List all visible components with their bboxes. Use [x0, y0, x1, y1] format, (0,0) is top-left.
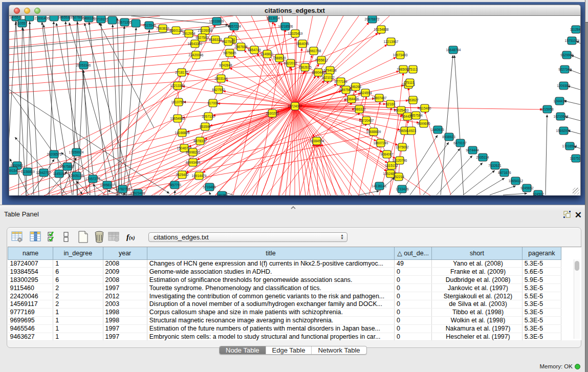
svg-text:20876872: 20876872 — [365, 17, 380, 21]
svg-text:6497568: 6497568 — [339, 88, 353, 92]
svg-text:10961758: 10961758 — [307, 49, 321, 53]
svg-text:8990448: 8990448 — [312, 71, 325, 74]
svg-text:9777169: 9777169 — [334, 80, 347, 83]
svg-text:1621022: 1621022 — [321, 76, 335, 79]
svg-text:1112843: 1112843 — [570, 28, 581, 31]
svg-text:1167537: 1167537 — [570, 157, 581, 160]
svg-text:746266: 746266 — [350, 85, 361, 89]
svg-text:9245652: 9245652 — [520, 186, 534, 190]
svg-text:1615152: 1615152 — [385, 164, 398, 167]
svg-text:19166825: 19166825 — [175, 131, 190, 135]
svg-text:6322037: 6322037 — [284, 61, 297, 65]
svg-text:1362615: 1362615 — [298, 65, 312, 69]
svg-text:21691406: 21691406 — [35, 16, 50, 20]
svg-text:16648784: 16648784 — [446, 48, 461, 52]
svg-text:9115460: 9115460 — [419, 106, 431, 110]
svg-text:10688609: 10688609 — [366, 130, 381, 134]
svg-text:953627: 953627 — [407, 98, 419, 102]
svg-text:10973493: 10973493 — [393, 53, 408, 57]
svg-text:14923: 14923 — [407, 129, 416, 133]
svg-text:16033809: 16033809 — [209, 19, 224, 23]
svg-text:11156819: 11156819 — [20, 170, 35, 173]
svg-text:9084067: 9084067 — [380, 152, 394, 156]
svg-text:23226058: 23226058 — [198, 29, 213, 32]
svg-text:7485006: 7485006 — [397, 68, 410, 71]
svg-text:1145194: 1145194 — [53, 172, 66, 176]
svg-text:12213967: 12213967 — [384, 40, 399, 43]
svg-text:14136141: 14136141 — [372, 184, 387, 188]
svg-text:19654985: 19654985 — [170, 117, 185, 120]
svg-text:9227343: 9227343 — [558, 68, 572, 71]
svg-text:8660124: 8660124 — [169, 29, 183, 32]
svg-text:9699695: 9699695 — [417, 122, 430, 125]
svg-text:62160: 62160 — [386, 102, 395, 106]
svg-text:2867608: 2867608 — [234, 45, 248, 49]
svg-text:12942757: 12942757 — [36, 171, 51, 174]
svg-text:1588520: 1588520 — [273, 56, 286, 60]
svg-text:7857224: 7857224 — [228, 25, 241, 28]
svg-text:8471676: 8471676 — [498, 171, 511, 174]
svg-text:9329966: 9329966 — [560, 53, 574, 57]
svg-text:30975887: 30975887 — [60, 165, 75, 168]
svg-text:75115: 75115 — [405, 81, 415, 84]
svg-text:3912954: 3912954 — [182, 32, 195, 35]
svg-text:3215958: 3215958 — [540, 107, 554, 111]
svg-text:3624554: 3624554 — [359, 91, 372, 95]
svg-text:8454749: 8454749 — [248, 48, 261, 52]
svg-text:20206575: 20206575 — [47, 152, 62, 156]
svg-text:1527602: 1527602 — [71, 16, 84, 19]
svg-text:252214: 252214 — [393, 175, 404, 179]
svg-text:22420046: 22420046 — [189, 53, 204, 57]
svg-text:5875685: 5875685 — [223, 51, 236, 55]
svg-text:15720407: 15720407 — [359, 119, 374, 122]
svg-text:10958107: 10958107 — [100, 183, 115, 187]
svg-text:17957275: 17957275 — [85, 177, 100, 181]
svg-text:2718170: 2718170 — [175, 71, 188, 74]
svg-text:10782759: 10782759 — [116, 187, 130, 191]
svg-text:9327503: 9327503 — [195, 36, 209, 39]
svg-text:19218506: 19218506 — [278, 25, 293, 28]
svg-text:2530203: 2530203 — [266, 112, 279, 115]
svg-text:26053346: 26053346 — [76, 63, 91, 67]
svg-text:13325419: 13325419 — [288, 32, 303, 35]
svg-text:40993469: 40993469 — [186, 161, 201, 164]
svg-text:8938923: 8938923 — [442, 135, 455, 139]
svg-text:924502: 924502 — [533, 192, 544, 195]
svg-text:9242848: 9242848 — [219, 63, 232, 67]
svg-text:6794028: 6794028 — [323, 69, 337, 72]
svg-text:1864095: 1864095 — [296, 42, 309, 46]
svg-text:6479197: 6479197 — [453, 141, 467, 145]
svg-text:15751074: 15751074 — [565, 39, 580, 42]
svg-text:10557: 10557 — [18, 21, 27, 25]
svg-text:19384554: 19384554 — [310, 139, 324, 143]
svg-text:7632621: 7632621 — [488, 164, 502, 167]
svg-text:75113: 75113 — [408, 68, 418, 71]
svg-text:10654112: 10654112 — [509, 179, 524, 183]
svg-text:9474444: 9474444 — [466, 148, 479, 152]
svg-text:34998222: 34998222 — [186, 150, 201, 154]
svg-text:2803144: 2803144 — [214, 77, 228, 80]
svg-text:1244415: 1244415 — [553, 99, 567, 103]
svg-text:1975692: 1975692 — [396, 145, 409, 149]
svg-text:17016504: 17016504 — [562, 144, 577, 148]
svg-text:853594: 853594 — [200, 125, 211, 128]
svg-text:10719155: 10719155 — [94, 17, 108, 21]
svg-text:1733426: 1733426 — [396, 187, 409, 191]
svg-text:15692971: 15692971 — [556, 129, 571, 133]
svg-text:8427552: 8427552 — [212, 88, 225, 92]
svg-text:9327508: 9327508 — [222, 40, 235, 43]
svg-text:10025453: 10025453 — [394, 108, 409, 112]
svg-text:16107554: 16107554 — [171, 100, 186, 104]
svg-text:21364436: 21364436 — [344, 97, 359, 101]
svg-text:16914479: 16914479 — [192, 174, 207, 178]
svg-text:9146821: 9146821 — [260, 52, 274, 56]
svg-text:16543362: 16543362 — [188, 42, 203, 46]
svg-text:7515546: 7515546 — [143, 24, 156, 27]
svg-text:5716485: 5716485 — [203, 185, 216, 189]
svg-text:1405571: 1405571 — [9, 16, 23, 19]
svg-text:16154838: 16154838 — [374, 28, 389, 31]
svg-text:16210643: 16210643 — [554, 115, 569, 118]
svg-text:1640935: 1640935 — [431, 128, 444, 132]
svg-text:7955812: 7955812 — [315, 58, 328, 62]
svg-text:9457791: 9457791 — [168, 183, 182, 187]
